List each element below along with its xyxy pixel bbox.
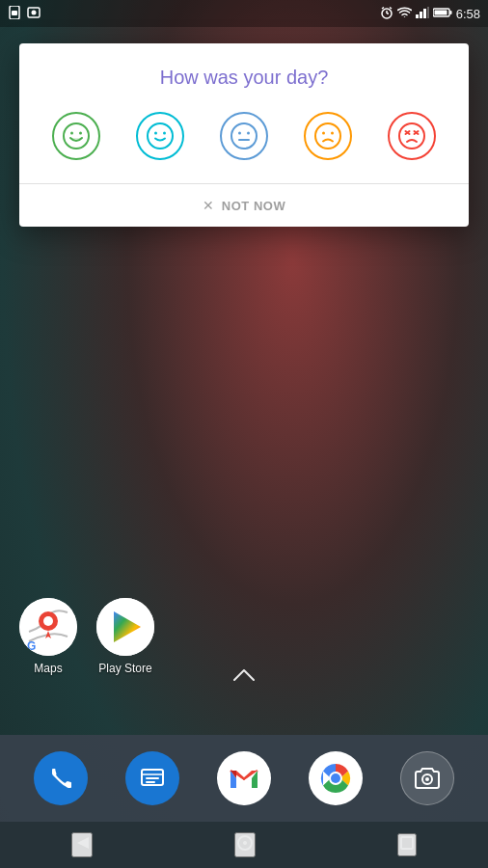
playstore-icon-bg <box>96 598 154 656</box>
recents-button[interactable] <box>397 833 417 856</box>
screenshot-icon <box>27 6 41 22</box>
emoji-neutral[interactable] <box>220 112 268 160</box>
dock-camera-icon[interactable] <box>400 751 454 805</box>
svg-rect-14 <box>434 10 447 14</box>
emoji-very-sad[interactable] <box>388 112 436 160</box>
emoji-sad[interactable] <box>304 112 352 160</box>
svg-rect-1 <box>12 11 17 15</box>
svg-point-20 <box>154 132 157 135</box>
svg-point-21 <box>163 132 166 135</box>
dock-chrome-icon[interactable] <box>309 751 363 805</box>
svg-rect-54 <box>401 837 413 849</box>
svg-text:G: G <box>27 639 36 653</box>
not-now-label: NOT NOW <box>222 199 285 213</box>
status-right-icons: 6:58 <box>380 6 480 22</box>
signal-icon <box>416 7 429 21</box>
sim-icon <box>8 6 21 22</box>
svg-point-48 <box>331 773 340 783</box>
svg-point-53 <box>243 841 247 845</box>
emoji-happy[interactable] <box>136 112 184 160</box>
svg-point-23 <box>238 132 241 135</box>
svg-marker-51 <box>77 837 89 849</box>
not-now-button[interactable]: ✕ NOT NOW <box>35 184 453 227</box>
svg-point-24 <box>247 132 250 135</box>
svg-point-29 <box>399 123 424 149</box>
svg-rect-11 <box>423 9 426 18</box>
svg-rect-9 <box>416 14 419 18</box>
dialog-title: How was your day? <box>35 67 453 89</box>
homescreen-apps: G Maps Play Store <box>19 598 154 675</box>
svg-point-16 <box>64 123 89 149</box>
svg-point-19 <box>148 123 173 149</box>
emoji-row <box>35 112 453 160</box>
svg-point-50 <box>425 777 429 781</box>
wifi-icon <box>397 7 412 21</box>
svg-point-18 <box>79 132 82 135</box>
status-time: 6:58 <box>456 7 480 21</box>
svg-point-28 <box>331 132 334 135</box>
svg-point-3 <box>32 10 37 14</box>
dock-phone-icon[interactable] <box>34 751 88 805</box>
svg-point-37 <box>43 616 53 626</box>
day-rating-dialog: How was your day? <box>19 43 469 227</box>
emoji-very-happy[interactable] <box>52 112 100 160</box>
svg-point-26 <box>315 123 340 149</box>
status-bar: 6:58 <box>0 0 488 27</box>
not-now-x-icon: ✕ <box>203 198 214 213</box>
dock <box>0 735 488 822</box>
maps-label: Maps <box>34 662 62 675</box>
svg-rect-44 <box>146 781 155 783</box>
status-left-icons <box>8 6 41 22</box>
back-button[interactable] <box>71 832 93 857</box>
svg-rect-15 <box>449 11 451 14</box>
playstore-app-icon[interactable]: Play Store <box>96 598 154 675</box>
svg-rect-12 <box>427 7 429 18</box>
svg-point-17 <box>70 132 73 135</box>
svg-line-8 <box>390 7 392 9</box>
playstore-label: Play Store <box>98 662 151 675</box>
dock-gmail-icon[interactable] <box>217 751 271 805</box>
battery-icon <box>433 7 452 21</box>
home-button[interactable] <box>234 832 256 857</box>
svg-rect-10 <box>420 12 422 18</box>
svg-line-7 <box>382 7 384 9</box>
navbar <box>0 822 488 868</box>
svg-point-22 <box>231 123 257 149</box>
alarm-icon <box>380 6 393 22</box>
svg-rect-43 <box>146 777 159 779</box>
maps-icon-bg: G <box>19 598 77 656</box>
maps-app-icon[interactable]: G Maps <box>19 598 77 675</box>
svg-point-27 <box>322 132 325 135</box>
app-drawer-arrow[interactable] <box>232 666 256 687</box>
dock-messages-icon[interactable] <box>125 751 179 805</box>
